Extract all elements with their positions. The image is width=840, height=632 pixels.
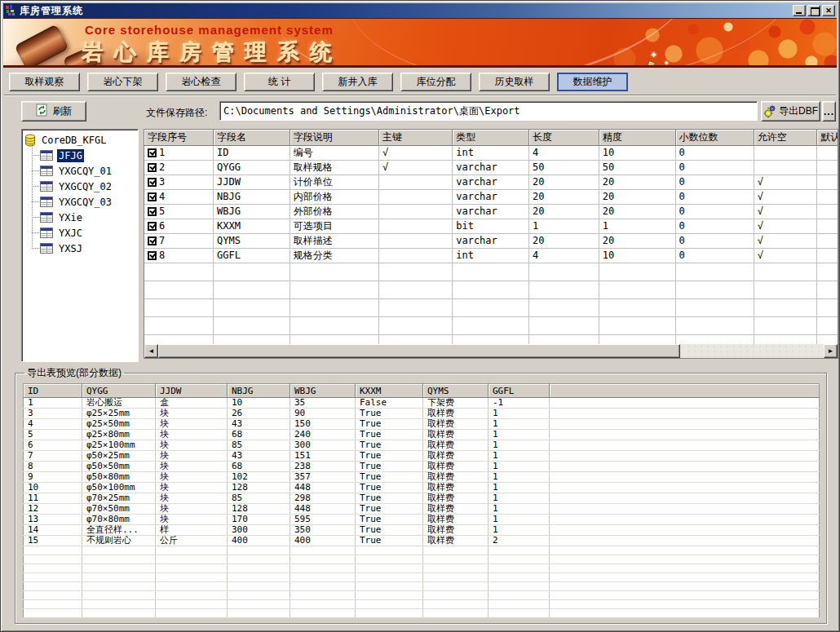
field-grid-header[interactable]: 字段名 — [213, 130, 290, 145]
preview-header[interactable]: QYGG — [82, 384, 156, 398]
preview-row[interactable]: 15不规则岩心公斤400400True取样费2 — [24, 536, 820, 546]
row-checkbox[interactable] — [148, 178, 157, 187]
field-grid-header[interactable]: 字段序号 — [144, 130, 213, 145]
preview-cell: 取样费 — [423, 409, 489, 419]
preview-row[interactable]: 6φ25×100mm块85300True取样费1 — [24, 440, 820, 451]
field-grid-cell: 7 — [144, 233, 213, 248]
minimize-button[interactable] — [793, 5, 806, 16]
field-grid-header[interactable]: 类型 — [453, 130, 529, 145]
field-grid-cell — [378, 204, 452, 219]
scroll-left-button[interactable]: ◄ — [144, 344, 158, 358]
preview-cell: True — [356, 493, 423, 504]
preview-row[interactable]: 9φ50×80mm块102357True取样费1 — [24, 472, 820, 483]
preview-row[interactable]: 4φ25×50mm块43150True取样费1 — [24, 419, 820, 430]
preview-cell: True — [356, 440, 423, 451]
field-grid-header[interactable]: 允许空 — [754, 130, 816, 145]
tree-item-label: YXSJ — [57, 242, 84, 255]
toolbar-button-5[interactable]: 新井入库 — [322, 73, 393, 91]
preview-row[interactable]: 3φ25×25mm块2690True取样费1 — [24, 409, 820, 419]
preview-row[interactable]: 13φ70×80mm块170595True取样费1 — [24, 515, 820, 525]
field-grid-cell: 0 — [675, 189, 754, 204]
banner-subtitle: Core storehouse management system — [85, 23, 334, 37]
tree-item-YXGCQY_02[interactable]: YXGCQY_02 — [24, 179, 138, 194]
tree-item-label: YXie — [57, 211, 84, 224]
tree-root[interactable]: CoreDB_KFGL — [24, 132, 138, 148]
field-grid-row: 8GGFL规格分类int4100√2009-4 — [144, 248, 838, 263]
field-grid-cell — [754, 160, 816, 175]
tree-item-YXJC[interactable]: YXJC — [24, 225, 138, 241]
preview-cell: 7 — [24, 451, 82, 462]
toolbar-button-7[interactable]: 历史取样 — [479, 73, 550, 91]
field-grid-row: 6KXXM可选项目bit110√2009-4 — [144, 219, 838, 233]
field-grid-cell: varchar — [453, 233, 529, 248]
preview-cell: 10 — [228, 398, 290, 409]
field-grid-cell: QYMS — [213, 233, 290, 248]
preview-header[interactable]: ID — [24, 384, 82, 398]
row-checkbox[interactable] — [148, 207, 157, 216]
field-grid-header[interactable]: 长度 — [529, 130, 599, 145]
save-path-input[interactable]: C:\Documents and Settings\Administrator\… — [219, 101, 758, 121]
row-checkbox[interactable] — [148, 163, 157, 172]
tree-item-YXSJ[interactable]: YXSJ — [24, 241, 138, 256]
scroll-right-button[interactable]: ► — [824, 344, 838, 358]
preview-row[interactable]: 8φ50×50mm块68238True取样费1 — [24, 462, 820, 472]
field-grid-header[interactable]: 默认值 — [817, 130, 838, 145]
preview-row[interactable]: 10φ50×100mm块128448True取样费1 — [24, 483, 820, 493]
preview-header[interactable]: QYMS — [423, 384, 489, 398]
field-grid-cell: 4 — [144, 189, 213, 204]
tree-item-JFJG[interactable]: JFJG — [24, 148, 138, 163]
preview-header[interactable]: KXXM — [356, 384, 423, 398]
preview-cell: 14 — [24, 525, 82, 536]
field-grid-header[interactable]: 小数位数 — [675, 130, 754, 145]
row-checkbox[interactable] — [148, 236, 157, 245]
preview-header[interactable]: WBJG — [290, 384, 356, 398]
row-checkbox[interactable] — [148, 222, 157, 231]
field-grid-cell: 5 — [144, 204, 213, 219]
preview-header[interactable] — [550, 384, 820, 398]
preview-header[interactable]: GGFL — [489, 384, 550, 398]
preview-row[interactable]: 11φ70×25mm块85298True取样费1 — [24, 493, 820, 504]
preview-cell: 块 — [156, 483, 228, 493]
preview-header[interactable]: JJDW — [156, 384, 228, 398]
field-grid-cell: 10 — [599, 145, 675, 160]
field-grid-cell: 0 — [675, 248, 754, 263]
toolbar-button-3[interactable]: 岩心检查 — [166, 73, 237, 91]
tree-item-YXie[interactable]: YXie — [24, 210, 138, 225]
scrollbar-thumb[interactable] — [158, 344, 680, 358]
browse-button[interactable]: ... — [822, 101, 836, 122]
toolbar-button-8[interactable]: 数据维护 — [557, 73, 628, 91]
field-grid-cell — [817, 233, 838, 248]
row-checkbox[interactable] — [148, 192, 157, 201]
preview-header[interactable]: NBJG — [228, 384, 290, 398]
scrollbar-track[interactable] — [680, 344, 824, 358]
preview-cell: 151 — [290, 451, 356, 462]
field-grid-cell: ID — [213, 145, 290, 160]
preview-row[interactable]: 14全直径样...样300350True取样费1 — [24, 525, 820, 536]
table-icon — [40, 243, 53, 254]
tree-item-YXGCQY_03[interactable]: YXGCQY_03 — [24, 194, 138, 210]
preview-cell — [550, 451, 820, 462]
table-icon — [40, 150, 53, 161]
maximize-button[interactable] — [807, 5, 820, 16]
preview-row[interactable]: 12φ70×50mm块128448True取样费1 — [24, 504, 820, 515]
toolbar-button-2[interactable]: 岩心下架 — [87, 73, 158, 91]
row-checkbox[interactable] — [148, 148, 157, 157]
toolbar-button-1[interactable]: 取样观察 — [9, 73, 80, 91]
refresh-button[interactable]: 刷新 — [21, 101, 86, 122]
toolbar-button-6[interactable]: 库位分配 — [400, 73, 471, 91]
field-grid-cell: JJDW — [213, 175, 290, 189]
export-dbf-button[interactable]: 导出DBF — [761, 101, 820, 122]
preview-row[interactable]: 1岩心搬运盒1035False下架费-1 — [24, 398, 820, 409]
toolbar-button-4[interactable]: 统 计 — [244, 73, 315, 91]
tree-item-YXGCQY_01[interactable]: YXGCQY_01 — [24, 163, 138, 179]
preview-row[interactable]: 7φ50×25mm块43151True取样费1 — [24, 451, 820, 462]
field-grid-header[interactable]: 主键 — [378, 130, 452, 145]
preview-row[interactable]: 5φ25×80mm块68240True取样费1 — [24, 430, 820, 440]
row-checkbox[interactable] — [148, 251, 157, 260]
preview-cell: 全直径样... — [82, 525, 156, 536]
close-button[interactable]: ✕ — [822, 5, 835, 16]
field-grid-header[interactable]: 精度 — [599, 130, 675, 145]
field-grid-header[interactable]: 字段说明 — [290, 130, 378, 145]
preview-cell: 块 — [156, 430, 228, 440]
preview-cell: 5 — [24, 430, 82, 440]
